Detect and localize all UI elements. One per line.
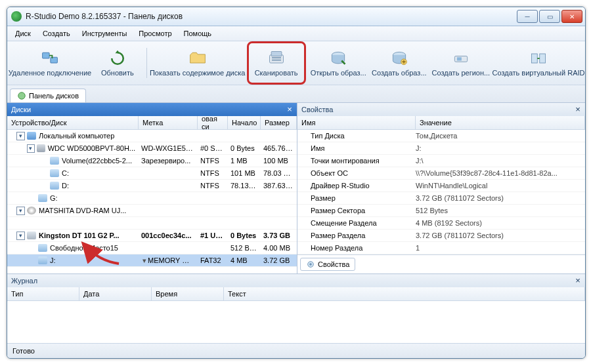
disk-row[interactable]: ▾Локальный компьютер [7,130,297,142]
disk-label: MEMORY CARD [148,256,198,264]
disk-name: Volume(d22cbbc5-2... [62,157,132,165]
property-row[interactable]: Объект ОС\\?\Volume{53f39c87-28c4-11e1-8… [297,167,585,180]
svg-rect-1 [51,57,58,63]
disk-panel-icon [17,91,26,100]
col-type[interactable]: Тип [7,287,79,300]
disk-row[interactable] [7,217,297,230]
disk-row[interactable]: ▾MATSHITA DVD-RAM UJ... [7,205,297,217]
maximize-button[interactable]: ▭ [539,10,560,23]
col-prop-value[interactable]: Значение [416,116,585,129]
create-image-button[interactable]: Создать образ... [371,43,427,83]
disk-row[interactable]: G: [7,192,297,205]
svg-rect-12 [540,54,546,63]
disk-fs: #0 SA... [198,144,228,152]
col-device[interactable]: Устройство/Диск [7,116,139,129]
disk-start: 4 MB [228,256,261,264]
tree-expander[interactable]: ▾ [27,144,35,153]
tab-disks-panel[interactable]: Панель дисков [10,89,86,102]
window-title: R-Studio Demo 8.2.165337 - Панель дисков [26,12,517,21]
disks-panel-close[interactable]: × [285,105,294,114]
disk-name: WDC WD5000BPVT-80H... [48,144,135,152]
properties-tabstrip: Свойства [297,254,585,273]
prop-name: Драйвер R-Studio [297,182,416,190]
tree-expander[interactable]: ▾ [16,132,25,140]
col-time[interactable]: Время [152,287,224,300]
toolbar: Удаленное подключение Обновить Показать … [7,41,585,85]
disk-row[interactable]: Volume(d22cbbc5-2...Зарезервиро...NTFS1 … [7,155,297,167]
property-row[interactable]: Смещение Раздела4 MB (8192 Sectors) [297,217,585,230]
tree-expander[interactable]: ▾ [16,207,25,215]
gear-icon [306,260,315,269]
props-grid-body[interactable]: Тип ДискаТом,ДискетаИмяJ:Точки монтирова… [297,130,585,254]
tab-properties[interactable]: Свойства [300,258,355,271]
property-row[interactable]: Размер3.72 GB (7811072 Sectors) [297,192,585,205]
property-row[interactable]: Тип ДискаТом,Дискета [297,130,585,142]
titlebar: R-Studio Demo 8.2.165337 - Панель дисков… [7,7,585,26]
property-row[interactable]: Размер Сектора512 Bytes [297,205,585,217]
property-row[interactable]: Номер Раздела1 [297,242,585,254]
status-text: Готово [12,347,35,355]
menu-create[interactable]: Создать [37,28,76,39]
property-row[interactable]: Драйвер R-StudioWinNT\Handle\Logical [297,180,585,192]
hdd-icon [37,144,45,152]
col-prop-name[interactable]: Имя [297,116,416,129]
props-grid-header: Имя Значение [297,116,585,130]
property-row[interactable]: ИмяJ: [297,142,585,155]
property-row[interactable]: Размер Раздела3.72 GB (7811072 Sectors) [297,230,585,242]
prop-name: Размер [297,194,416,202]
properties-panel-close[interactable]: × [573,105,582,114]
svg-point-15 [309,263,312,266]
vol-icon [38,256,47,264]
disks-panel: Диски × Устройство/Диск Метка овая си На… [7,103,297,273]
journal-panel-close[interactable]: × [573,276,582,285]
col-fs[interactable]: овая си [198,116,228,129]
refresh-button[interactable]: Обновить [94,43,141,83]
tree-expander[interactable]: ▾ [16,232,25,240]
prop-name: Точки монтирования [297,157,416,165]
journal-panel: Журнал × Тип Дата Время Текст [7,273,585,343]
create-region-button[interactable]: Создать регион... [431,43,491,83]
disk-start: 0 Bytes [228,144,261,152]
menu-view[interactable]: Просмотр [133,28,177,39]
open-image-button[interactable]: Открыть образ... [310,43,367,83]
col-size[interactable]: Размер [261,116,297,129]
remote-icon [41,49,59,68]
dropdown-icon[interactable]: ▾ [141,256,148,265]
svg-rect-11 [531,54,537,63]
close-button[interactable]: ✕ [561,10,582,23]
disk-name: C: [62,169,69,177]
menu-tools[interactable]: Инструменты [77,28,133,39]
remote-connect-button[interactable]: Удаленное подключение [10,43,90,83]
property-row[interactable]: Точки монтированияJ:\ [297,155,585,167]
journal-grid-body[interactable] [7,301,585,343]
disk-row[interactable]: J:▾MEMORY CARDFAT324 MB3.72 GB [7,254,297,267]
folder-open-icon [188,49,207,68]
disk-row[interactable]: D:NTFS78.13 GB387.63 GB [7,180,297,192]
create-raid-button[interactable]: Создать виртуальный RAID [494,43,582,83]
journal-panel-header: Журнал × [7,274,585,287]
disk-row[interactable]: ▾Kingston DT 101 G2 P...001cc0ec34c...#1… [7,230,297,242]
show-content-button[interactable]: Показать содержимое диска [152,43,243,83]
dvd-icon [27,207,36,214]
app-window: R-Studio Demo 8.2.165337 - Панель дисков… [7,7,586,359]
disk-row[interactable]: C:NTFS101 MB78.03 GB [7,167,297,180]
create-image-icon [390,49,408,68]
minimize-button[interactable]: ─ [517,10,538,23]
disk-row[interactable]: ▾WDC WD5000BPVT-80H...WD-WXG1E51J...#0 S… [7,142,297,155]
disk-start: 512 Bytes [228,244,261,252]
disk-size: 78.03 GB [261,169,297,177]
scan-button[interactable]: Сканировать [247,41,306,85]
disk-label: WD-WXG1E51J... [141,144,198,152]
col-label[interactable]: Метка [139,116,198,129]
menu-disk[interactable]: Диск [10,28,36,39]
col-start[interactable]: Начало [228,116,261,129]
disk-start: 0 Bytes [228,232,261,239]
col-date[interactable]: Дата [79,287,152,300]
disk-name: G: [50,194,58,202]
disk-row[interactable]: Свободное Место15512 Bytes4.00 MB [7,242,297,254]
disk-size: 100 MB [261,157,297,165]
prop-value: 512 Bytes [416,207,585,214]
col-text[interactable]: Текст [224,287,585,300]
disks-grid-body[interactable]: ▾Локальный компьютер▾WDC WD5000BPVT-80H.… [7,130,297,273]
menu-help[interactable]: Помощь [179,28,217,39]
